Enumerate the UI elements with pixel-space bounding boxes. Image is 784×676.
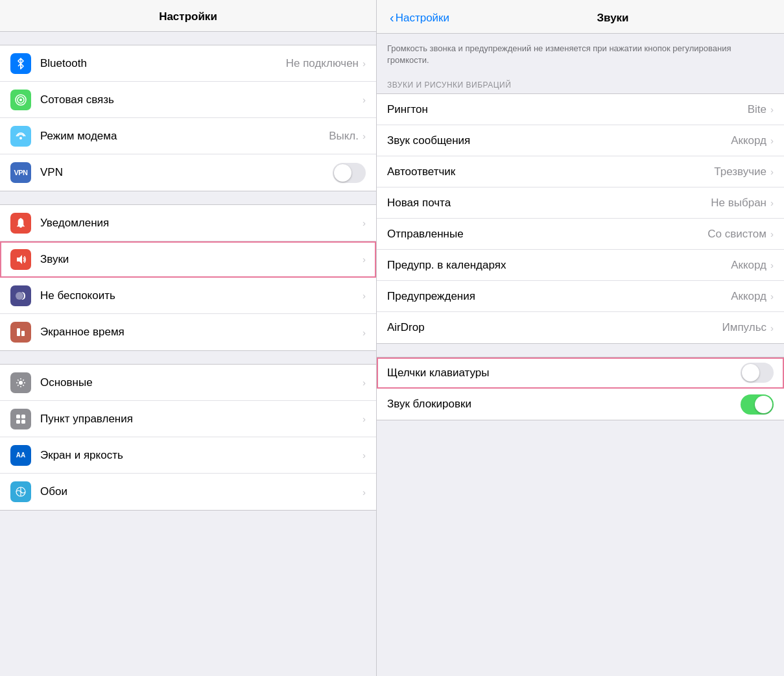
vpn-label: VPN (40, 166, 333, 179)
airdrop-value: Импульс (722, 321, 766, 334)
screen-time-icon (10, 322, 31, 343)
general-row[interactable]: Основные › (0, 365, 376, 401)
ringtone-value: Bite (748, 103, 766, 116)
answering-machine-row[interactable]: Автоответчик Трезвучие › (377, 156, 784, 187)
answering-machine-value: Трезвучие (714, 165, 766, 178)
answering-machine-chevron: › (770, 166, 774, 177)
screen-time-chevron: › (362, 327, 366, 338)
sent-mail-chevron: › (770, 228, 774, 239)
vpn-icon: VPN (10, 162, 31, 183)
bluetooth-row[interactable]: Bluetooth Не подключен › (0, 45, 376, 82)
alerts-row[interactable]: Предупреждения Аккорд › (377, 281, 784, 312)
left-title: Настройки (159, 10, 217, 23)
alerts-chevron: › (770, 291, 774, 302)
dnd-row[interactable]: Не беспокоить › (0, 278, 376, 314)
cellular-row[interactable]: Сотовая связь › (0, 82, 376, 118)
answering-machine-label: Автоответчик (387, 165, 714, 178)
dnd-label: Не беспокоить (40, 289, 362, 302)
display-label: Экран и яркость (40, 449, 362, 462)
new-mail-row[interactable]: Новая почта Не выбран › (377, 187, 784, 219)
lock-sound-label: Звук блокировки (387, 398, 741, 411)
bottom-section: Щелчки клавиатуры Звук блокировки (377, 357, 784, 420)
svg-rect-5 (20, 218, 21, 219)
svg-point-3 (19, 99, 22, 101)
svg-point-7 (16, 292, 23, 300)
message-sound-row[interactable]: Звук сообщения Аккорд › (377, 125, 784, 156)
ringtone-row[interactable]: Рингтон Bite › (377, 94, 784, 125)
ringtone-label: Рингтон (387, 103, 748, 116)
message-sound-chevron: › (770, 135, 774, 146)
svg-rect-13 (16, 420, 20, 424)
control-center-icon (10, 409, 31, 429)
notifications-label: Уведомления (40, 217, 362, 230)
keyboard-clicks-label: Щелчки клавиатуры (387, 367, 741, 380)
notifications-chevron: › (362, 217, 366, 228)
new-mail-value: Не выбран (711, 197, 766, 210)
general-label: Основные (40, 376, 362, 389)
sounds-list-section: Рингтон Bite › Звук сообщения Аккорд › А… (377, 93, 784, 344)
sent-mail-row[interactable]: Отправленные Со свистом › (377, 219, 784, 250)
wallpaper-label: Обои (40, 485, 362, 498)
general-icon (10, 372, 31, 393)
message-sound-value: Аккорд (731, 134, 766, 147)
sent-mail-value: Со свистом (707, 228, 766, 241)
new-mail-chevron: › (770, 197, 774, 208)
cellular-icon (10, 90, 31, 110)
new-mail-label: Новая почта (387, 197, 711, 210)
svg-rect-11 (16, 415, 20, 418)
bluetooth-chevron: › (362, 58, 366, 69)
left-panel: Настройки Bluetooth Не подключен › (0, 0, 376, 676)
airdrop-chevron: › (770, 322, 774, 333)
screen-time-row[interactable]: Экранное время › (0, 314, 376, 350)
svg-rect-12 (21, 415, 25, 418)
bluetooth-value: Не подключен (286, 57, 359, 70)
right-description: Громкость звонка и предупреждений не изм… (377, 34, 784, 75)
display-row[interactable]: AA Экран и яркость › (0, 437, 376, 474)
right-header: ‹ Настройки Звуки (377, 0, 784, 34)
sounds-icon (10, 249, 31, 270)
modem-label: Режим модема (40, 130, 329, 143)
airdrop-row[interactable]: AirDrop Импульс › (377, 312, 784, 343)
sounds-section-label: ЗВУКИ И РИСУНКИ ВИБРАЦИЙ (377, 75, 784, 93)
lock-sound-row[interactable]: Звук блокировки (377, 389, 784, 420)
notifications-icon (10, 213, 31, 234)
screen-time-label: Экранное время (40, 326, 362, 339)
ringtone-chevron: › (770, 104, 774, 115)
modem-icon (10, 126, 31, 147)
dnd-icon (10, 285, 31, 306)
calendar-alerts-chevron: › (770, 260, 774, 271)
svg-rect-9 (21, 331, 25, 336)
calendar-alerts-row[interactable]: Предупр. в календарях Аккорд › (377, 250, 784, 281)
lock-sound-toggle[interactable] (741, 394, 774, 415)
back-label: Настройки (396, 12, 449, 25)
display-icon: AA (10, 445, 31, 466)
sounds-chevron: › (362, 254, 366, 265)
vpn-row[interactable]: VPN VPN (0, 154, 376, 191)
system-section: Основные › Пункт управления › AA Экран и… (0, 364, 376, 511)
bluetooth-label: Bluetooth (40, 57, 286, 70)
sent-mail-label: Отправленные (387, 228, 707, 241)
back-button[interactable]: ‹ Настройки (390, 10, 449, 25)
notifications-section: Уведомления › Звуки › Не бе (0, 204, 376, 351)
calendar-alerts-value: Аккорд (731, 259, 766, 272)
cellular-chevron: › (362, 94, 366, 105)
modem-value: Выкл. (329, 130, 359, 143)
back-chevron-icon: ‹ (390, 10, 394, 25)
keyboard-clicks-row[interactable]: Щелчки клавиатуры (377, 357, 784, 389)
keyboard-clicks-toggle[interactable] (741, 363, 774, 383)
vpn-toggle[interactable] (333, 163, 366, 183)
dnd-chevron: › (362, 290, 366, 301)
alerts-value: Аккорд (731, 290, 766, 303)
wallpaper-chevron: › (362, 487, 366, 498)
wallpaper-row[interactable]: Обои › (0, 474, 376, 510)
svg-point-4 (19, 137, 22, 139)
bluetooth-icon (10, 53, 31, 74)
svg-point-10 (19, 381, 23, 385)
control-center-label: Пункт управления (40, 413, 362, 426)
sounds-row[interactable]: Звуки › (0, 241, 376, 278)
control-center-row[interactable]: Пункт управления › (0, 401, 376, 437)
general-chevron: › (362, 377, 366, 388)
notifications-row[interactable]: Уведомления › (0, 205, 376, 241)
right-panel: ‹ Настройки Звуки Громкость звонка и пре… (376, 0, 784, 676)
modem-row[interactable]: Режим модема Выкл. › (0, 118, 376, 154)
